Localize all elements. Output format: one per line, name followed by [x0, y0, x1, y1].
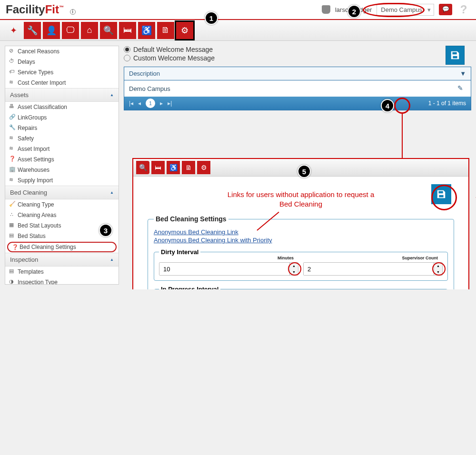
logo: FacilityFit™ i [6, 3, 76, 16]
fieldset-legend: Bed Cleaning Settings [154, 215, 228, 223]
sidebar-item[interactable]: 🖶Asset Classification [5, 102, 119, 112]
radio-custom-welcome[interactable]: Custom Welcome Message [124, 54, 443, 62]
inset-save-button[interactable] [431, 184, 451, 204]
item-label: Templates [18, 268, 44, 275]
pager-summary: 1 - 1 of 1 items [428, 100, 466, 107]
sidebar-item-bed-cleaning-settings[interactable]: ❓Bed Cleaning Settings [7, 242, 117, 252]
item-icon: 🏢 [9, 166, 15, 172]
item-label: Cleaning Type [18, 201, 54, 208]
item-label: Bed Status [18, 233, 46, 239]
toolbar-btn-bed[interactable]: 🛏 [119, 22, 136, 39]
link-anon-bed-cleaning[interactable]: Anonymous Bed Cleaning Link [154, 228, 448, 236]
sidebar-item[interactable]: ❓Asset Settings [5, 154, 119, 165]
pager-prev[interactable]: ◂ [138, 100, 141, 107]
sidebar-item[interactable]: ◑Inspection Type [5, 277, 119, 284]
sidebar-item[interactable]: 🔗LinkGroups [5, 112, 119, 123]
radio-default-welcome[interactable]: Default Welcome Message [124, 46, 443, 53]
item-label: Supply Import [18, 177, 53, 184]
item-label: Bed Cleaning Settings [20, 244, 76, 250]
toolbar-btn-wrench[interactable]: 🔧 [24, 22, 41, 39]
item-icon: 🧹 [9, 201, 15, 207]
sidebar-item[interactable]: 🏷Service Types [5, 67, 119, 78]
annotation-links: Links for users without application to r… [225, 190, 377, 208]
sidebar: ⊘Cancel Reasons ⏱Delays 🏷Service Types ≋… [5, 46, 119, 285]
item-icon: ≋ [9, 135, 15, 140]
sidebar-item[interactable]: ▦Bed Stat Layouts [5, 220, 119, 231]
help-button[interactable]: ? [457, 3, 470, 16]
spin-label: Minutes [278, 256, 294, 260]
link-anon-bed-cleaning-priority[interactable]: Anonymous Bed Cleaning Link with Priorit… [154, 237, 448, 244]
app-header: FacilityFit™ i larson-rodger Demo Campus… [0, 0, 476, 20]
username: larson-rodger [335, 6, 372, 13]
sidebar-item[interactable]: 🔧Repairs [5, 123, 119, 133]
sub-legend: Dirty Interval [159, 248, 200, 256]
inset-btn-settings[interactable]: ⚙ [197, 161, 210, 174]
item-icon: ❓ [12, 244, 18, 250]
toolbar-btn-user[interactable]: 👤 [43, 22, 60, 39]
sidebar-item[interactable]: ≋Safety [5, 133, 119, 144]
toolbar-btn-settings[interactable]: ⚙ [176, 22, 193, 39]
inset-btn-accessibility[interactable]: ♿ [167, 161, 180, 174]
logo-part2: Fit [45, 3, 59, 16]
pager-last[interactable]: ▸| [168, 100, 172, 107]
info-icon[interactable]: i [70, 9, 76, 15]
save-button[interactable] [446, 46, 465, 65]
item-label: Repairs [18, 125, 37, 131]
pager-next[interactable]: ▸ [160, 100, 163, 107]
sidebar-item[interactable]: 🏢Warehouses [5, 165, 119, 175]
pager-first[interactable]: |◂ [129, 100, 133, 107]
sidebar-item[interactable]: ▤Bed Status [5, 231, 119, 241]
toolbar-btn-accessibility[interactable]: ♿ [138, 22, 155, 39]
inset-btn-doc[interactable]: 🗎 [182, 161, 195, 174]
chevron-up-icon: ▲ [110, 190, 114, 195]
dirty-supervisor-input[interactable] [304, 263, 434, 275]
sidebar-group-assets[interactable]: Assets▲ [5, 88, 119, 102]
sub-legend: In Progress Interval [159, 286, 220, 289]
inset-btn-search[interactable]: 🔍 [136, 161, 149, 174]
row-text: Demo Campus [129, 85, 170, 92]
description-grid: Description ▼ Demo Campus ✎ |◂ ◂ 1 ▸ ▸| … [124, 67, 471, 110]
item-label: LinkGroups [18, 114, 47, 121]
spin-up[interactable]: ▲ [290, 263, 298, 269]
spin-up[interactable]: ▲ [434, 263, 442, 269]
item-label: Service Types [18, 69, 53, 76]
edit-button[interactable]: ✎ [457, 84, 466, 93]
toolbar-btn-doc[interactable]: 🗎 [157, 22, 174, 39]
inset-btn-bed[interactable]: 🛏 [151, 161, 165, 174]
sidebar-item[interactable]: ▤Templates [5, 267, 119, 277]
filter-icon[interactable]: ▼ [460, 70, 466, 77]
item-label: Bed Stat Layouts [18, 222, 61, 229]
sidebar-item[interactable]: ⊘Cancel Reasons [5, 46, 119, 57]
col-description: Description [129, 70, 160, 77]
grid-header: Description ▼ [124, 67, 471, 80]
toolbar-btn-search[interactable]: 🔍 [100, 22, 117, 39]
sidebar-group-inspection[interactable]: Inspection▲ [5, 253, 119, 267]
toolbar-btn-0[interactable]: ✦ [5, 22, 22, 39]
toolbar-btn-home[interactable]: ⌂ [81, 22, 98, 39]
sidebar-group-bedcleaning[interactable]: Bed Cleaning▲ [5, 186, 119, 199]
toolbar-btn-monitor[interactable]: 🖵 [62, 22, 79, 39]
item-icon: ❓ [9, 156, 15, 161]
item-label: Safety [18, 135, 34, 142]
user-icon [322, 5, 330, 14]
sidebar-item[interactable]: ≋Asset Import [5, 144, 119, 154]
sidebar-item[interactable]: ⛬Cleaning Areas [5, 210, 119, 220]
item-icon: ≋ [9, 145, 15, 151]
spin-down[interactable]: ▼ [434, 269, 442, 275]
item-label: Cost Center Import [18, 79, 66, 86]
spin-down[interactable]: ▼ [290, 269, 298, 275]
chat-button[interactable]: 💬 [439, 4, 452, 15]
sidebar-item[interactable]: ≋Cost Center Import [5, 78, 119, 88]
item-label: Asset Settings [18, 156, 54, 163]
grid-pager: |◂ ◂ 1 ▸ ▸| 1 - 1 of 1 items [124, 97, 471, 110]
dirty-minutes-input[interactable] [159, 263, 289, 275]
chevron-up-icon: ▲ [110, 93, 114, 97]
sidebar-item[interactable]: ≋Supply Import [5, 175, 119, 186]
sidebar-item[interactable]: ⏱Delays [5, 57, 119, 67]
sidebar-item[interactable]: 🧹Cleaning Type [5, 199, 119, 210]
item-label: Cancel Reasons [18, 48, 60, 55]
item-label: Inspection Type [18, 279, 58, 284]
item-icon: 🔧 [9, 124, 15, 130]
campus-select[interactable]: Demo Campus [377, 4, 434, 16]
fieldset-bed-cleaning-settings: Bed Cleaning Settings Anonymous Bed Clea… [148, 215, 454, 289]
